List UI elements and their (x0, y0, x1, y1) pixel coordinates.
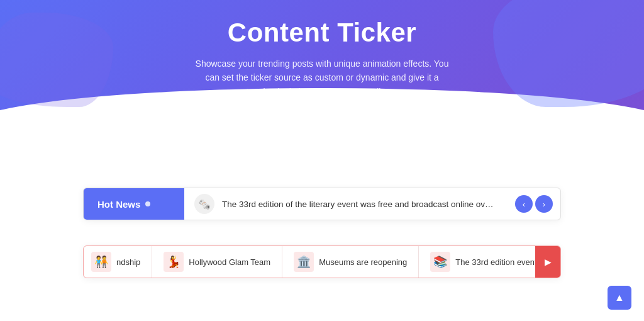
hero-title: Content Ticker (0, 18, 644, 48)
ticker-items-list: 🧑‍🤝‍🧑 ndship 💃 Hollywood Glam Team 🏛️ Mu… (84, 246, 535, 278)
ticker-dot (145, 201, 150, 206)
ticker-prev-button[interactable]: ‹ (515, 195, 533, 213)
hero-content: Content Ticker Showcase your trending po… (0, 0, 644, 99)
item-thumb-2: 🏛️ (294, 252, 314, 272)
item-text-2: Museums are reopening (319, 257, 407, 267)
ticker-hot-news: Hot News 🗞️ The 33rd edition of the lite… (83, 188, 561, 220)
item-thumb-3: 📚 (430, 252, 450, 272)
list-item: 🧑‍🤝‍🧑 ndship (84, 246, 152, 278)
ticker-news-text: The 33rd edition of the literary event w… (222, 200, 497, 209)
ticker-2-container: 🧑‍🤝‍🧑 ndship 💃 Hollywood Glam Team 🏛️ Mu… (83, 245, 561, 278)
ticker-navigation: ‹ › (508, 195, 560, 213)
ticker-content: 🗞️ The 33rd edition of the literary even… (184, 194, 508, 214)
ticker-2-action-button[interactable]: ▶ (535, 246, 560, 278)
hero-subtitle: Showcase your trending posts with unique… (190, 57, 454, 99)
item-text-0: ndship (116, 257, 140, 267)
item-text-3: The 33rd edition event was free (455, 257, 535, 267)
ticker-1-container: Hot News 🗞️ The 33rd edition of the lite… (83, 188, 561, 220)
ticker-label: Hot News (84, 188, 184, 220)
item-thumb-1: 💃 (164, 252, 184, 272)
ticker-avatar: 🗞️ (194, 194, 214, 214)
scroll-to-top-button[interactable]: ▲ (608, 286, 631, 310)
ticker-label-text: Hot News (97, 199, 140, 210)
ticker-carousel: 🧑‍🤝‍🧑 ndship 💃 Hollywood Glam Team 🏛️ Mu… (83, 245, 561, 278)
ticker-2-button-icon: ▶ (545, 257, 552, 267)
hero-section: Content Ticker Showcase your trending po… (0, 0, 644, 138)
list-item: 🏛️ Museums are reopening (282, 246, 419, 278)
item-thumb-0: 🧑‍🤝‍🧑 (91, 252, 111, 272)
list-item: 💃 Hollywood Glam Team (152, 246, 282, 278)
list-item: 📚 The 33rd edition event was free (419, 246, 535, 278)
ticker-next-button[interactable]: › (535, 195, 553, 213)
item-text-1: Hollywood Glam Team (189, 257, 270, 267)
scroll-top-icon: ▲ (614, 292, 625, 303)
